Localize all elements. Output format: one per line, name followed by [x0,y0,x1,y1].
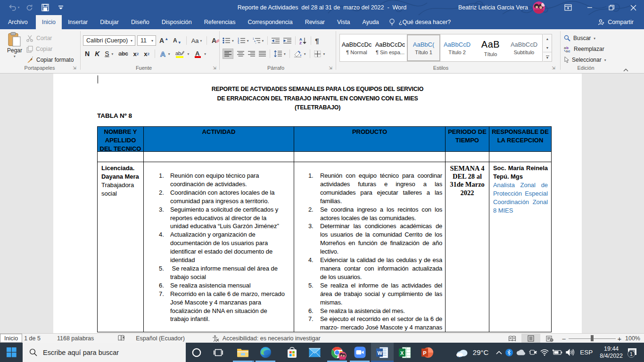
table-header-nombre[interactable]: NOMBRE YAPELLIDODEL TECNICO [97,126,143,151]
volume-icon[interactable] [564,349,576,356]
style-item[interactable]: AaBbCcDc ¶ Sin espa... [373,34,407,61]
cortana-button[interactable] [186,343,207,362]
table-cell-responsible[interactable]: Soc. María ReinelaTepú. Mgs Analista Zon… [489,162,551,332]
tab-referencias[interactable]: Referencias [198,15,242,29]
web-layout-button[interactable] [540,334,559,343]
strikethrough-button[interactable]: abc [118,49,128,59]
style-item[interactable]: AaBbCcD Título 2 [440,34,474,61]
word-icon[interactable]: W [371,343,394,362]
zoom-level[interactable]: 100% [624,335,640,342]
align-center-button[interactable] [237,49,244,59]
align-right-button[interactable] [248,49,255,59]
tab-ayuda[interactable]: Ayuda [356,15,385,29]
read-mode-button[interactable] [503,334,521,343]
superscript-button[interactable]: x2 [144,49,149,59]
font-dialog-launcher[interactable]: ⇲ [212,65,217,71]
tray-expand-icon[interactable] [494,351,504,354]
edge-icon[interactable] [254,343,277,362]
weather-widget[interactable]: 29°C [451,348,495,357]
bluetooth-icon[interactable] [504,349,514,356]
sort-button[interactable]: AZ [299,36,307,46]
table-empty-cell[interactable] [97,151,143,162]
cut-button[interactable]: Cortar [26,33,52,43]
style-item[interactable]: AaBbCcD Subtítulo [507,34,541,61]
underline-button[interactable]: S [105,49,109,59]
paste-button[interactable]: Pegar ▾ [4,32,25,58]
print-layout-button[interactable] [521,334,540,343]
meet-now-icon[interactable] [527,349,538,356]
tab-diseno[interactable]: Diseño [125,15,156,29]
table-header-periodo[interactable]: PERIODO DETIEMPO [445,126,489,151]
format-painter-button[interactable]: Copiar formato [26,55,74,65]
minimize-button[interactable] [579,0,601,15]
mail-icon[interactable] [303,343,326,362]
paragraph-dialog-launcher[interactable]: ⇲ [328,65,333,71]
show-paragraph-marks-button[interactable]: ¶ [315,36,319,46]
zoom-app-icon[interactable] [348,343,371,362]
italic-button[interactable]: K [95,49,99,59]
bullets-button[interactable] [223,36,230,46]
wifi-icon[interactable] [538,349,550,356]
taskbar-clock[interactable]: 19:44 8/4/2022 [597,346,626,360]
user-avatar[interactable] [533,1,545,14]
copy-button[interactable]: Copiar [26,44,52,54]
clipboard-dialog-launcher[interactable]: ⇲ [72,65,77,71]
battery-icon[interactable] [550,349,564,355]
table-empty-cell[interactable] [489,151,551,162]
tab-vista[interactable]: Vista [331,15,356,29]
decrease-indent-button[interactable] [272,36,280,46]
font-color-button[interactable]: A [194,49,201,59]
microsoft-store-icon[interactable] [281,343,303,362]
notification-center-icon[interactable]: 1 [626,348,638,357]
tell-me-box[interactable]: ¿Qué desea hacer? [385,15,451,29]
zoom-slider-thumb[interactable] [591,335,594,341]
table-header-producto[interactable]: PRODUCTO [294,126,445,151]
zoom-out-button[interactable]: – [561,335,567,342]
tab-insertar[interactable]: Insertar [62,15,94,29]
tab-correspondencia[interactable]: Correspondencia [241,15,298,29]
start-button[interactable] [0,343,23,362]
text-effects-button[interactable]: A [160,49,165,59]
zoom-in-button[interactable]: + [617,335,622,343]
grow-font-button[interactable]: A▲ [159,36,168,46]
language-switcher[interactable]: ESP [576,349,597,356]
document-canvas[interactable]: REPORTE DE ACTVIDADES SEMANALES PARA LOS… [0,74,644,333]
shading-button[interactable] [294,49,302,59]
increase-indent-button[interactable] [283,36,291,46]
find-button[interactable]: Buscar▾ [564,33,595,43]
language-indicator[interactable]: Español (Ecuador) [125,335,185,342]
proofing-icon[interactable] [94,335,125,343]
select-button[interactable]: Seleccionar▾ [564,55,606,65]
restore-button[interactable] [601,0,622,15]
align-left-button[interactable] [223,49,233,59]
close-button[interactable] [622,0,644,15]
taskbar-search-box[interactable]: Escribe aquí para buscar [23,343,186,362]
style-item[interactable]: AaBbC( Título 1 [407,34,440,61]
file-explorer-icon[interactable] [231,343,254,362]
styles-dialog-launcher[interactable]: ⇲ [551,65,556,71]
table-empty-cell[interactable] [445,151,489,162]
table-cell-period[interactable]: SEMANA 4DEL 28 al31de Marzo2022 [445,162,489,332]
font-name-combo[interactable]: Calibri (Cuerpo)▾ [83,35,135,46]
borders-button[interactable] [314,49,322,59]
document-page[interactable]: REPORTE DE ACTVIDADES SEMANALES PARA LOS… [53,74,582,333]
styles-gallery-more-icon[interactable]: ▼ [543,52,552,61]
share-button[interactable]: Compartir [598,15,634,29]
shrink-font-button[interactable]: A▼ [173,36,182,46]
replace-button[interactable]: abac Reemplazar [564,44,604,54]
excel-icon[interactable]: X [394,343,416,362]
tab-disposicion[interactable]: Disposición [156,15,198,29]
table-cell-activities[interactable]: 1. Reunión con equipo técnico paracoordi… [143,162,294,332]
change-case-button[interactable]: Aa ▾ [191,36,202,46]
subscript-button[interactable]: x2 [133,49,139,59]
multilevel-list-button[interactable]: 1ai [253,36,260,46]
numbering-button[interactable]: 123 [238,36,245,46]
zoom-slider[interactable] [569,334,616,343]
styles-scroll-up-icon[interactable]: ▲ [543,34,552,43]
style-item[interactable]: AaB Título [474,34,507,61]
collapse-ribbon-icon[interactable] [621,65,630,75]
table-empty-cell[interactable] [294,151,445,162]
tab-dibujar[interactable]: Dibujar [94,15,125,29]
tab-inicio[interactable]: Inicio [36,15,62,29]
task-view-button[interactable] [207,343,229,362]
